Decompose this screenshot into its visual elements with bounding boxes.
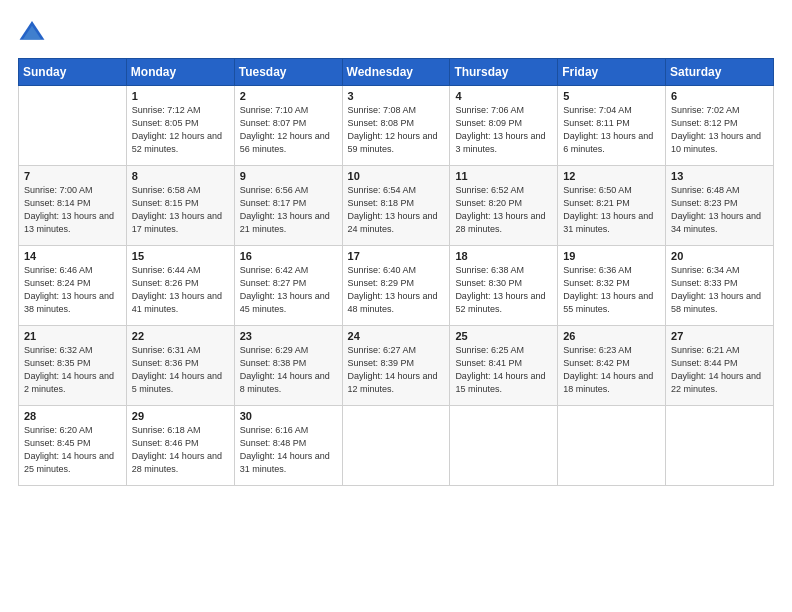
day-cell: [19, 86, 127, 166]
day-cell: 8Sunrise: 6:58 AMSunset: 8:15 PMDaylight…: [126, 166, 234, 246]
day-number: 28: [24, 410, 121, 422]
day-number: 5: [563, 90, 660, 102]
day-header-thursday: Thursday: [450, 59, 558, 86]
day-cell: 28Sunrise: 6:20 AMSunset: 8:45 PMDayligh…: [19, 406, 127, 486]
day-info: Sunrise: 6:18 AMSunset: 8:46 PMDaylight:…: [132, 424, 229, 476]
week-row-2: 7Sunrise: 7:00 AMSunset: 8:14 PMDaylight…: [19, 166, 774, 246]
calendar-table: SundayMondayTuesdayWednesdayThursdayFrid…: [18, 58, 774, 486]
day-number: 8: [132, 170, 229, 182]
day-cell: [450, 406, 558, 486]
day-number: 15: [132, 250, 229, 262]
day-info: Sunrise: 6:40 AMSunset: 8:29 PMDaylight:…: [348, 264, 445, 316]
day-number: 9: [240, 170, 337, 182]
day-cell: 27Sunrise: 6:21 AMSunset: 8:44 PMDayligh…: [666, 326, 774, 406]
day-info: Sunrise: 6:29 AMSunset: 8:38 PMDaylight:…: [240, 344, 337, 396]
day-number: 20: [671, 250, 768, 262]
day-number: 12: [563, 170, 660, 182]
day-cell: 9Sunrise: 6:56 AMSunset: 8:17 PMDaylight…: [234, 166, 342, 246]
day-cell: 11Sunrise: 6:52 AMSunset: 8:20 PMDayligh…: [450, 166, 558, 246]
week-row-1: 1Sunrise: 7:12 AMSunset: 8:05 PMDaylight…: [19, 86, 774, 166]
day-info: Sunrise: 6:36 AMSunset: 8:32 PMDaylight:…: [563, 264, 660, 316]
day-info: Sunrise: 7:06 AMSunset: 8:09 PMDaylight:…: [455, 104, 552, 156]
day-header-tuesday: Tuesday: [234, 59, 342, 86]
day-info: Sunrise: 6:54 AMSunset: 8:18 PMDaylight:…: [348, 184, 445, 236]
day-cell: 26Sunrise: 6:23 AMSunset: 8:42 PMDayligh…: [558, 326, 666, 406]
day-info: Sunrise: 6:56 AMSunset: 8:17 PMDaylight:…: [240, 184, 337, 236]
day-info: Sunrise: 6:42 AMSunset: 8:27 PMDaylight:…: [240, 264, 337, 316]
day-info: Sunrise: 7:02 AMSunset: 8:12 PMDaylight:…: [671, 104, 768, 156]
day-cell: 12Sunrise: 6:50 AMSunset: 8:21 PMDayligh…: [558, 166, 666, 246]
day-cell: 3Sunrise: 7:08 AMSunset: 8:08 PMDaylight…: [342, 86, 450, 166]
day-number: 25: [455, 330, 552, 342]
day-number: 26: [563, 330, 660, 342]
day-info: Sunrise: 6:21 AMSunset: 8:44 PMDaylight:…: [671, 344, 768, 396]
day-info: Sunrise: 6:27 AMSunset: 8:39 PMDaylight:…: [348, 344, 445, 396]
day-cell: 7Sunrise: 7:00 AMSunset: 8:14 PMDaylight…: [19, 166, 127, 246]
day-cell: 24Sunrise: 6:27 AMSunset: 8:39 PMDayligh…: [342, 326, 450, 406]
day-number: 14: [24, 250, 121, 262]
day-cell: 6Sunrise: 7:02 AMSunset: 8:12 PMDaylight…: [666, 86, 774, 166]
day-number: 10: [348, 170, 445, 182]
day-cell: [342, 406, 450, 486]
day-cell: 21Sunrise: 6:32 AMSunset: 8:35 PMDayligh…: [19, 326, 127, 406]
day-header-monday: Monday: [126, 59, 234, 86]
day-cell: 18Sunrise: 6:38 AMSunset: 8:30 PMDayligh…: [450, 246, 558, 326]
day-cell: 29Sunrise: 6:18 AMSunset: 8:46 PMDayligh…: [126, 406, 234, 486]
day-header-saturday: Saturday: [666, 59, 774, 86]
day-cell: 14Sunrise: 6:46 AMSunset: 8:24 PMDayligh…: [19, 246, 127, 326]
day-number: 13: [671, 170, 768, 182]
day-info: Sunrise: 7:10 AMSunset: 8:07 PMDaylight:…: [240, 104, 337, 156]
week-row-5: 28Sunrise: 6:20 AMSunset: 8:45 PMDayligh…: [19, 406, 774, 486]
day-info: Sunrise: 7:08 AMSunset: 8:08 PMDaylight:…: [348, 104, 445, 156]
day-info: Sunrise: 6:48 AMSunset: 8:23 PMDaylight:…: [671, 184, 768, 236]
day-cell: 1Sunrise: 7:12 AMSunset: 8:05 PMDaylight…: [126, 86, 234, 166]
day-info: Sunrise: 7:00 AMSunset: 8:14 PMDaylight:…: [24, 184, 121, 236]
day-info: Sunrise: 6:38 AMSunset: 8:30 PMDaylight:…: [455, 264, 552, 316]
day-number: 2: [240, 90, 337, 102]
day-number: 21: [24, 330, 121, 342]
day-cell: 20Sunrise: 6:34 AMSunset: 8:33 PMDayligh…: [666, 246, 774, 326]
day-cell: 5Sunrise: 7:04 AMSunset: 8:11 PMDaylight…: [558, 86, 666, 166]
header-row: SundayMondayTuesdayWednesdayThursdayFrid…: [19, 59, 774, 86]
day-info: Sunrise: 6:50 AMSunset: 8:21 PMDaylight:…: [563, 184, 660, 236]
day-number: 11: [455, 170, 552, 182]
week-row-4: 21Sunrise: 6:32 AMSunset: 8:35 PMDayligh…: [19, 326, 774, 406]
day-number: 29: [132, 410, 229, 422]
day-cell: 17Sunrise: 6:40 AMSunset: 8:29 PMDayligh…: [342, 246, 450, 326]
day-info: Sunrise: 6:52 AMSunset: 8:20 PMDaylight:…: [455, 184, 552, 236]
day-info: Sunrise: 6:46 AMSunset: 8:24 PMDaylight:…: [24, 264, 121, 316]
day-number: 22: [132, 330, 229, 342]
day-info: Sunrise: 6:20 AMSunset: 8:45 PMDaylight:…: [24, 424, 121, 476]
day-cell: 22Sunrise: 6:31 AMSunset: 8:36 PMDayligh…: [126, 326, 234, 406]
day-cell: 13Sunrise: 6:48 AMSunset: 8:23 PMDayligh…: [666, 166, 774, 246]
day-info: Sunrise: 6:32 AMSunset: 8:35 PMDaylight:…: [24, 344, 121, 396]
day-number: 16: [240, 250, 337, 262]
day-cell: 19Sunrise: 6:36 AMSunset: 8:32 PMDayligh…: [558, 246, 666, 326]
day-cell: 10Sunrise: 6:54 AMSunset: 8:18 PMDayligh…: [342, 166, 450, 246]
day-number: 6: [671, 90, 768, 102]
day-number: 30: [240, 410, 337, 422]
day-number: 17: [348, 250, 445, 262]
day-info: Sunrise: 6:31 AMSunset: 8:36 PMDaylight:…: [132, 344, 229, 396]
page: SundayMondayTuesdayWednesdayThursdayFrid…: [0, 0, 792, 612]
day-cell: [666, 406, 774, 486]
day-cell: 30Sunrise: 6:16 AMSunset: 8:48 PMDayligh…: [234, 406, 342, 486]
day-header-wednesday: Wednesday: [342, 59, 450, 86]
day-cell: 25Sunrise: 6:25 AMSunset: 8:41 PMDayligh…: [450, 326, 558, 406]
day-info: Sunrise: 6:58 AMSunset: 8:15 PMDaylight:…: [132, 184, 229, 236]
week-row-3: 14Sunrise: 6:46 AMSunset: 8:24 PMDayligh…: [19, 246, 774, 326]
day-cell: 23Sunrise: 6:29 AMSunset: 8:38 PMDayligh…: [234, 326, 342, 406]
day-info: Sunrise: 6:34 AMSunset: 8:33 PMDaylight:…: [671, 264, 768, 316]
day-number: 1: [132, 90, 229, 102]
day-number: 18: [455, 250, 552, 262]
day-number: 7: [24, 170, 121, 182]
day-number: 4: [455, 90, 552, 102]
day-number: 19: [563, 250, 660, 262]
day-number: 3: [348, 90, 445, 102]
day-cell: 2Sunrise: 7:10 AMSunset: 8:07 PMDaylight…: [234, 86, 342, 166]
logo-icon: [18, 18, 46, 46]
day-info: Sunrise: 7:12 AMSunset: 8:05 PMDaylight:…: [132, 104, 229, 156]
day-header-friday: Friday: [558, 59, 666, 86]
day-number: 23: [240, 330, 337, 342]
day-info: Sunrise: 6:23 AMSunset: 8:42 PMDaylight:…: [563, 344, 660, 396]
